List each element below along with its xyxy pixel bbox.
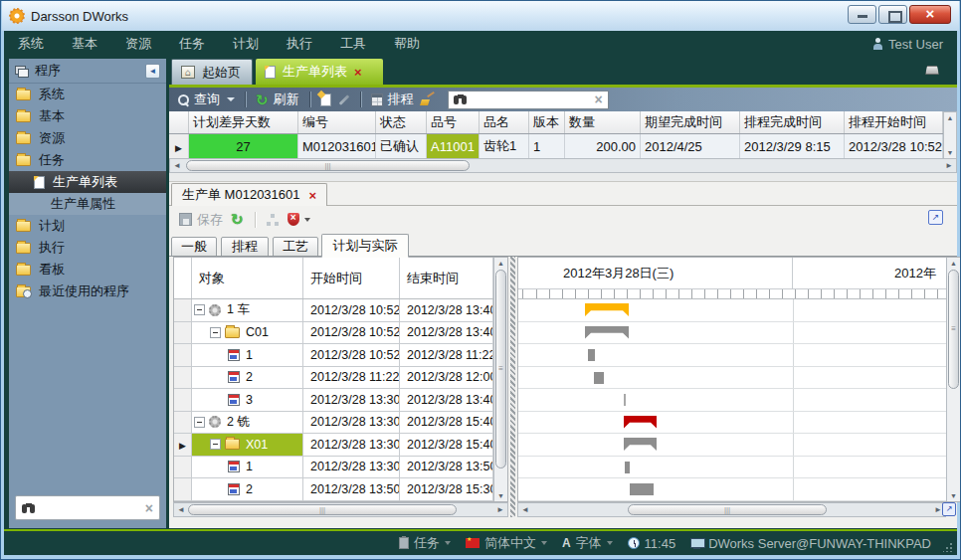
scroll-up-icon[interactable] (947, 260, 960, 267)
tree-row[interactable]: 3 2012/3/28 13:30 2012/3/28 13:40 (174, 389, 493, 412)
tree-row-selected[interactable]: X01 2012/3/28 13:30 2012/3/28 15:40 (174, 434, 493, 457)
tab-list-icon[interactable] (925, 66, 939, 75)
sidebar-item-recent-programs[interactable]: 最近使用的程序 (9, 280, 166, 302)
scroll-up-icon[interactable] (944, 114, 956, 121)
gantt-bar[interactable] (594, 372, 604, 384)
detail-refresh-button[interactable] (231, 213, 244, 226)
save-button[interactable]: 保存 (179, 211, 223, 229)
status-task-dropdown[interactable]: 任务 (399, 534, 451, 552)
tree-horizontal-scrollbar[interactable] (173, 502, 508, 517)
column-header-qty[interactable]: 数量 (565, 111, 641, 133)
collapse-expander-icon[interactable] (210, 327, 221, 338)
column-header-status[interactable]: 状态 (376, 111, 427, 133)
gantt-row[interactable] (518, 412, 946, 435)
gantt-bar[interactable] (624, 438, 657, 451)
tab-general[interactable]: 一般 (171, 237, 217, 257)
scroll-left-icon[interactable] (173, 161, 181, 170)
menu-system[interactable]: 系统 (4, 31, 58, 57)
scrollbar-thumb[interactable] (186, 160, 470, 171)
scrollbar-thumb[interactable] (628, 504, 827, 515)
menu-execute[interactable]: 执行 (273, 31, 326, 57)
scroll-right-icon[interactable] (496, 505, 504, 514)
grid-horizontal-scrollbar[interactable] (169, 158, 957, 173)
gantt-bar[interactable] (585, 303, 629, 316)
sidebar-item-production-order-props[interactable]: 生产单属性 (9, 193, 166, 215)
sidebar-item-production-order-list[interactable]: 生产单列表 (9, 171, 166, 193)
tab-plan-vs-actual[interactable]: 计划与实际 (321, 234, 409, 258)
sidebar-item-basic[interactable]: 基本 (9, 105, 166, 127)
tree-row[interactable]: 1 2012/3/28 10:52 2012/3/28 11:22 (174, 344, 493, 367)
gantt-row[interactable] (518, 367, 946, 390)
scrollbar-thumb[interactable] (948, 270, 959, 389)
toolbar-search-input[interactable] (473, 93, 590, 106)
status-font-dropdown[interactable]: A 字体 (562, 534, 613, 552)
close-button[interactable] (909, 5, 951, 24)
scroll-right-icon[interactable] (945, 161, 953, 170)
sidebar-search-input[interactable] (42, 501, 139, 515)
tree-vertical-scrollbar[interactable] (493, 258, 507, 501)
current-user[interactable]: Test User (872, 37, 957, 52)
tree-row[interactable]: 2 2012/3/28 11:22 2012/3/28 12:00 (174, 367, 493, 390)
scrollbar-thumb[interactable] (188, 504, 457, 515)
tree-row[interactable]: 2 铣 2012/3/28 13:30 2012/3/28 15:40 (174, 412, 493, 435)
query-button[interactable]: 查询 (177, 91, 235, 108)
detail-tab-production-order[interactable]: 生产单 M012031601 (171, 183, 327, 206)
grid-vertical-scrollbar[interactable] (943, 111, 957, 159)
tree-row[interactable]: 1 车 2012/3/28 10:52 2012/3/28 13:40 (174, 299, 493, 322)
tab-schedule[interactable]: 排程 (221, 237, 269, 257)
tab-close-icon[interactable] (354, 65, 362, 80)
tree-row[interactable]: 1 2012/3/28 13:30 2012/3/28 13:50 (174, 457, 493, 479)
tree-header-start[interactable]: 开始时间 (303, 258, 400, 298)
splitter-handle[interactable] (510, 257, 515, 517)
menu-plan[interactable]: 计划 (219, 31, 273, 57)
minimize-button[interactable] (848, 5, 876, 24)
gantt-horizontal-scrollbar[interactable] (517, 502, 946, 517)
tree-row[interactable]: C01 2012/3/28 10:52 2012/3/28 13:40 (174, 322, 493, 345)
menu-basic[interactable]: 基本 (58, 31, 111, 57)
menu-help[interactable]: 帮助 (380, 31, 434, 57)
maximize-button[interactable] (878, 5, 907, 24)
gantt-expand-icon[interactable] (942, 502, 956, 516)
column-header-sched-finish[interactable]: 排程完成时间 (740, 111, 845, 133)
gantt-bar[interactable] (588, 349, 595, 361)
gantt-bar[interactable] (630, 483, 654, 495)
column-header-expect-finish[interactable]: 期望完成时间 (641, 111, 740, 133)
scroll-left-icon[interactable] (521, 505, 529, 514)
schedule-button[interactable]: 排程 (371, 91, 414, 108)
scroll-up-icon[interactable] (494, 260, 507, 267)
menu-tools[interactable]: 工具 (326, 31, 380, 57)
menu-task[interactable]: 任务 (165, 31, 219, 57)
collapse-expander-icon[interactable] (210, 439, 221, 450)
sidebar-item-kanban[interactable]: 看板 (9, 259, 166, 280)
sidebar-search-clear-icon[interactable] (145, 500, 153, 516)
refresh-button[interactable]: 刷新 (256, 91, 299, 108)
gantt-bar[interactable] (624, 416, 657, 429)
sidebar-item-system[interactable]: 系统 (9, 84, 166, 105)
cancel-confirm-button[interactable] (288, 213, 310, 226)
column-header-sched-start[interactable]: 排程开始时间 (845, 111, 943, 133)
tree-row[interactable]: 2 2012/3/28 13:50 2012/3/28 15:30 (174, 478, 493, 501)
column-header-version[interactable]: 版本 (529, 111, 565, 133)
menu-resource[interactable]: 资源 (111, 31, 165, 57)
gantt-row[interactable] (518, 457, 946, 479)
toolbar-search-clear-icon[interactable] (594, 92, 602, 107)
sidebar-item-execute[interactable]: 执行 (9, 237, 166, 259)
column-header-code[interactable]: 编号 (298, 111, 376, 133)
gantt-bar[interactable] (624, 394, 626, 406)
tab-start-page[interactable]: 起始页 (171, 59, 253, 85)
collapse-expander-icon[interactable] (194, 304, 205, 315)
sidebar-item-plan[interactable]: 计划 (9, 215, 166, 237)
detail-tab-close-icon[interactable] (309, 188, 317, 203)
clean-button[interactable] (421, 93, 435, 106)
scroll-right-icon[interactable] (934, 505, 942, 514)
scroll-down-icon[interactable] (494, 492, 507, 499)
gantt-row[interactable] (518, 389, 946, 412)
scrollbar-thumb[interactable] (495, 270, 506, 468)
status-language-dropdown[interactable]: 简体中文 (466, 534, 547, 552)
gantt-row[interactable] (518, 299, 946, 322)
tree-header-end[interactable]: 结束时间 (400, 258, 493, 298)
edit-button[interactable] (338, 98, 350, 101)
sidebar-item-task[interactable]: 任务 (9, 149, 166, 171)
new-button[interactable] (320, 93, 331, 106)
column-header-plan-diff-days[interactable]: 计划差异天数 (189, 111, 298, 133)
